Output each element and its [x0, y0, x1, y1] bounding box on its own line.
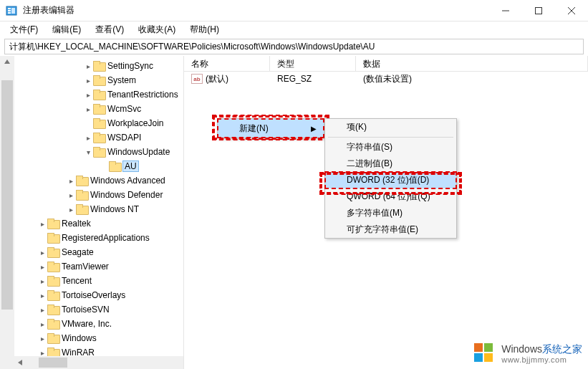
folder-icon [93, 75, 105, 85]
chevron-right-icon[interactable]: ▸ [83, 91, 93, 99]
tree-item[interactable]: ▸TeamViewer [14, 259, 183, 274]
chevron-right-icon[interactable]: ▸ [66, 177, 76, 185]
tree-horizontal-scrollbar[interactable] [14, 356, 183, 369]
context-item-label: 字符串值(S) [347, 141, 392, 153]
registry-tree[interactable]: ▸SettingSync▸System▸TenantRestrictions▸W… [14, 56, 183, 356]
maximize-button[interactable] [522, 0, 555, 21]
menu-favorites[interactable]: 收藏夹(A) [132, 22, 181, 37]
column-headers: 名称 类型 数据 [184, 56, 588, 72]
value-list[interactable]: ab(默认)REG_SZ(数值未设置) [184, 72, 588, 86]
context-submenu-new: 项(K)字符串值(S)二进制值(B)DWORD (32 位)值(D)QWORD … [324, 118, 457, 239]
context-item-new[interactable]: 新建(N) ▶ [218, 119, 324, 138]
context-item[interactable]: 二进制值(B) [325, 155, 456, 172]
tree-item[interactable]: WorkplaceJoin [14, 116, 183, 130]
folder-icon [47, 247, 59, 257]
minimize-button[interactable] [489, 0, 522, 21]
tree-item[interactable]: ▸TortoiseSVN [14, 302, 183, 317]
chevron-right-icon[interactable]: ▸ [83, 62, 93, 70]
menu-view[interactable]: 查看(V) [90, 22, 130, 37]
tree-item[interactable]: ▸Realtek [14, 216, 183, 231]
tree-vertical-scrollbar[interactable] [0, 56, 14, 369]
tree-item-label: Seagate [62, 247, 94, 257]
folder-icon [76, 190, 87, 200]
svg-rect-4 [11, 8, 15, 14]
tree-item[interactable]: ▸Windows [14, 331, 183, 345]
tree-item[interactable]: ▾WindowsUpdate [14, 145, 183, 159]
context-menu-new: 新建(N) ▶ [217, 118, 324, 138]
svg-rect-2 [8, 10, 11, 11]
chevron-right-icon[interactable]: ▸ [66, 206, 76, 214]
tree-item-label: WSDAPI [107, 133, 141, 143]
column-name[interactable]: 名称 [184, 56, 270, 71]
tree-item-label: AU [123, 161, 138, 171]
tree-item[interactable]: ▸Seagate [14, 245, 183, 259]
svg-rect-3 [8, 12, 11, 14]
tree-item[interactable]: ▸Windows Advanced [14, 173, 183, 188]
tree-item[interactable]: ▸TenantRestrictions [14, 87, 183, 102]
context-item[interactable]: DWORD (32 位)值(D) [325, 172, 456, 188]
chevron-right-icon[interactable]: ▸ [37, 335, 47, 342]
chevron-right-icon[interactable]: ▸ [37, 220, 47, 228]
folder-icon [47, 290, 59, 300]
column-data[interactable]: 数据 [356, 56, 588, 71]
chevron-right-icon[interactable]: ▸ [37, 277, 47, 285]
tree-item-label: WindowsUpdate [107, 147, 170, 157]
value-data: (数值未设置) [356, 73, 588, 85]
chevron-right-icon[interactable]: ▸ [66, 191, 76, 199]
chevron-right-icon[interactable]: ▸ [37, 306, 47, 314]
tree-item-label: RegisteredApplications [62, 233, 150, 243]
svg-rect-6 [536, 7, 542, 14]
tree-item[interactable]: ▸Windows Defender [14, 188, 183, 202]
menu-help[interactable]: 帮助(H) [184, 22, 225, 37]
chevron-right-icon[interactable]: ▸ [37, 349, 47, 357]
context-item[interactable]: 多字符串值(M) [325, 205, 456, 221]
tree-item[interactable]: ▸WSDAPI [14, 130, 183, 145]
folder-icon [76, 204, 87, 214]
folder-icon [47, 219, 59, 229]
context-item-label: 项(K) [347, 121, 367, 133]
tree-item[interactable]: ▸WcmSvc [14, 102, 183, 116]
folder-icon [109, 161, 120, 171]
window-controls [489, 0, 588, 21]
tree-item[interactable]: ▸Windows NT [14, 202, 183, 216]
tree-item[interactable]: ▸Tencent [14, 274, 183, 288]
folder-icon [47, 233, 59, 243]
tree-item[interactable]: ▸SettingSync [14, 59, 183, 73]
folder-icon [47, 319, 59, 329]
folder-icon [93, 118, 105, 128]
close-button[interactable] [555, 0, 588, 21]
tree-item[interactable]: AU [14, 159, 183, 173]
chevron-right-icon[interactable]: ▸ [37, 292, 47, 299]
chevron-right-icon[interactable]: ▸ [37, 249, 47, 257]
context-item[interactable]: 项(K) [325, 119, 456, 135]
menu-edit[interactable]: 编辑(E) [47, 22, 87, 37]
windows-logo-icon [474, 343, 496, 365]
menu-file[interactable]: 文件(F) [4, 22, 44, 37]
context-item[interactable]: 字符串值(S) [325, 139, 456, 155]
scrollbar-thumb[interactable] [39, 358, 67, 368]
column-type[interactable]: 类型 [270, 56, 356, 71]
chevron-right-icon[interactable]: ▸ [83, 134, 93, 142]
value-row[interactable]: ab(默认)REG_SZ(数值未设置) [184, 72, 588, 86]
tree-item-label: Windows Advanced [90, 176, 165, 186]
chevron-down-icon[interactable]: ▾ [83, 148, 93, 156]
folder-icon [93, 147, 105, 157]
svg-rect-1 [8, 8, 11, 9]
window-title: 注册表编辑器 [23, 4, 489, 16]
tree-item[interactable]: ▸TortoiseOverlays [14, 288, 183, 302]
chevron-right-icon[interactable]: ▸ [37, 263, 47, 271]
context-item[interactable]: 可扩充字符串值(E) [325, 221, 456, 238]
svg-marker-10 [18, 360, 22, 365]
tree-item[interactable]: ▸System [14, 73, 183, 87]
address-bar[interactable]: 计算机\HKEY_LOCAL_MACHINE\SOFTWARE\Policies… [4, 39, 584, 54]
watermark-brand-left: Windows [501, 343, 542, 355]
scrollbar-thumb[interactable] [1, 80, 13, 310]
chevron-right-icon[interactable]: ▸ [83, 105, 93, 113]
chevron-right-icon[interactable]: ▸ [37, 320, 47, 328]
string-value-icon: ab [191, 74, 203, 84]
tree-item[interactable]: ▸VMware, Inc. [14, 317, 183, 331]
tree-item[interactable]: RegisteredApplications [14, 231, 183, 245]
chevron-right-icon[interactable]: ▸ [83, 77, 93, 85]
context-item[interactable]: QWORD (64 位)值(Q) [325, 188, 456, 205]
tree-item[interactable]: ▸WinRAR [14, 345, 183, 356]
